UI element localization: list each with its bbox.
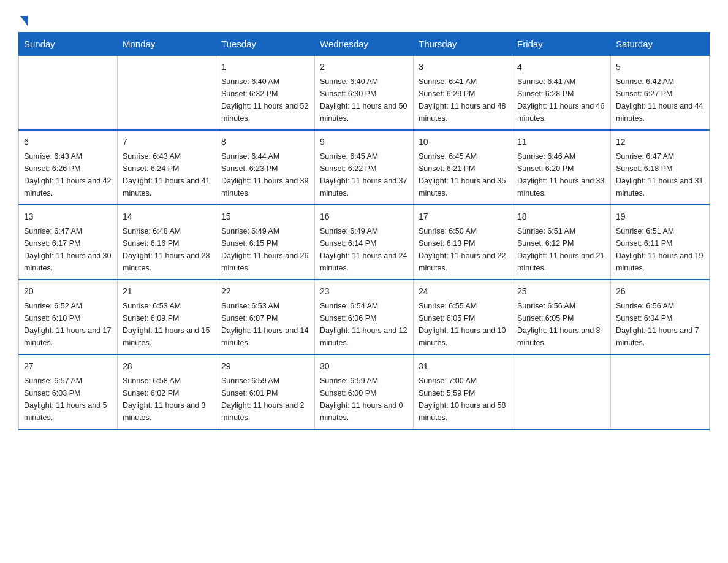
calendar-cell bbox=[611, 354, 710, 429]
calendar-week-3: 13Sunrise: 6:47 AMSunset: 6:17 PMDayligh… bbox=[19, 205, 710, 280]
weekday-header-thursday: Thursday bbox=[414, 33, 512, 56]
day-info: Sunrise: 6:45 AMSunset: 6:21 PMDaylight:… bbox=[419, 152, 506, 197]
calendar-cell: 22Sunrise: 6:53 AMSunset: 6:07 PMDayligh… bbox=[216, 280, 315, 354]
day-number: 31 bbox=[419, 360, 507, 373]
calendar-cell: 2Sunrise: 6:40 AMSunset: 6:30 PMDaylight… bbox=[315, 56, 414, 131]
day-number: 3 bbox=[419, 61, 507, 74]
day-number: 9 bbox=[320, 136, 408, 148]
calendar-cell: 23Sunrise: 6:54 AMSunset: 6:06 PMDayligh… bbox=[315, 280, 414, 354]
day-info: Sunrise: 6:53 AMSunset: 6:07 PMDaylight:… bbox=[221, 302, 308, 347]
day-number: 20 bbox=[24, 285, 112, 298]
day-info: Sunrise: 6:46 AMSunset: 6:20 PMDaylight:… bbox=[517, 152, 604, 197]
day-info: Sunrise: 6:43 AMSunset: 6:26 PMDaylight:… bbox=[24, 152, 111, 197]
calendar-cell: 8Sunrise: 6:44 AMSunset: 6:23 PMDaylight… bbox=[216, 130, 315, 205]
calendar-cell: 31Sunrise: 7:00 AMSunset: 5:59 PMDayligh… bbox=[414, 354, 512, 429]
day-info: Sunrise: 6:51 AMSunset: 6:12 PMDaylight:… bbox=[517, 227, 604, 272]
calendar-week-1: 1Sunrise: 6:40 AMSunset: 6:32 PMDaylight… bbox=[19, 56, 710, 131]
day-number: 15 bbox=[221, 210, 309, 223]
calendar-header-row: SundayMondayTuesdayWednesdayThursdayFrid… bbox=[19, 33, 710, 56]
day-number: 14 bbox=[123, 210, 211, 223]
calendar-cell: 20Sunrise: 6:52 AMSunset: 6:10 PMDayligh… bbox=[19, 280, 118, 354]
calendar-cell: 3Sunrise: 6:41 AMSunset: 6:29 PMDaylight… bbox=[414, 56, 512, 131]
calendar-week-2: 6Sunrise: 6:43 AMSunset: 6:26 PMDaylight… bbox=[19, 130, 710, 205]
calendar-cell: 28Sunrise: 6:58 AMSunset: 6:02 PMDayligh… bbox=[118, 354, 216, 429]
calendar-cell: 13Sunrise: 6:47 AMSunset: 6:17 PMDayligh… bbox=[19, 205, 118, 280]
day-info: Sunrise: 6:55 AMSunset: 6:05 PMDaylight:… bbox=[419, 302, 506, 347]
day-number: 6 bbox=[24, 136, 112, 148]
weekday-header-monday: Monday bbox=[118, 33, 216, 56]
calendar-cell: 12Sunrise: 6:47 AMSunset: 6:18 PMDayligh… bbox=[611, 130, 710, 205]
day-number: 11 bbox=[517, 136, 605, 148]
day-info: Sunrise: 6:58 AMSunset: 6:02 PMDaylight:… bbox=[123, 377, 206, 422]
day-info: Sunrise: 6:53 AMSunset: 6:09 PMDaylight:… bbox=[123, 302, 210, 347]
day-number: 24 bbox=[419, 285, 507, 298]
logo-triangle-icon bbox=[20, 16, 28, 26]
day-info: Sunrise: 6:51 AMSunset: 6:11 PMDaylight:… bbox=[616, 227, 703, 272]
day-info: Sunrise: 6:56 AMSunset: 6:05 PMDaylight:… bbox=[517, 302, 601, 347]
day-info: Sunrise: 6:41 AMSunset: 6:28 PMDaylight:… bbox=[517, 77, 604, 123]
day-number: 27 bbox=[24, 360, 112, 373]
day-number: 4 bbox=[517, 61, 605, 74]
day-info: Sunrise: 6:44 AMSunset: 6:23 PMDaylight:… bbox=[221, 152, 308, 197]
day-number: 19 bbox=[616, 210, 704, 223]
day-number: 25 bbox=[517, 285, 605, 298]
day-info: Sunrise: 6:47 AMSunset: 6:17 PMDaylight:… bbox=[24, 227, 111, 272]
calendar-cell: 15Sunrise: 6:49 AMSunset: 6:15 PMDayligh… bbox=[216, 205, 315, 280]
day-number: 1 bbox=[221, 61, 309, 74]
day-info: Sunrise: 7:00 AMSunset: 5:59 PMDaylight:… bbox=[419, 377, 506, 422]
day-number: 2 bbox=[320, 61, 408, 74]
calendar-cell: 25Sunrise: 6:56 AMSunset: 6:05 PMDayligh… bbox=[512, 280, 611, 354]
calendar-cell: 1Sunrise: 6:40 AMSunset: 6:32 PMDaylight… bbox=[216, 56, 315, 131]
day-info: Sunrise: 6:40 AMSunset: 6:32 PMDaylight:… bbox=[221, 77, 308, 123]
calendar-cell: 19Sunrise: 6:51 AMSunset: 6:11 PMDayligh… bbox=[611, 205, 710, 280]
day-info: Sunrise: 6:41 AMSunset: 6:29 PMDaylight:… bbox=[419, 77, 506, 123]
day-number: 30 bbox=[320, 360, 408, 373]
calendar-table: SundayMondayTuesdayWednesdayThursdayFrid… bbox=[18, 32, 710, 430]
logo bbox=[18, 12, 28, 26]
day-number: 10 bbox=[419, 136, 507, 148]
day-info: Sunrise: 6:45 AMSunset: 6:22 PMDaylight:… bbox=[320, 152, 407, 197]
day-number: 23 bbox=[320, 285, 408, 298]
weekday-header-friday: Friday bbox=[512, 33, 611, 56]
day-info: Sunrise: 6:42 AMSunset: 6:27 PMDaylight:… bbox=[616, 77, 703, 123]
day-info: Sunrise: 6:59 AMSunset: 6:01 PMDaylight:… bbox=[221, 377, 305, 422]
calendar-cell: 5Sunrise: 6:42 AMSunset: 6:27 PMDaylight… bbox=[611, 56, 710, 131]
day-info: Sunrise: 6:54 AMSunset: 6:06 PMDaylight:… bbox=[320, 302, 407, 347]
calendar-cell: 9Sunrise: 6:45 AMSunset: 6:22 PMDaylight… bbox=[315, 130, 414, 205]
day-info: Sunrise: 6:40 AMSunset: 6:30 PMDaylight:… bbox=[320, 77, 407, 123]
page-header bbox=[18, 12, 710, 26]
day-number: 21 bbox=[123, 285, 211, 298]
calendar-cell: 7Sunrise: 6:43 AMSunset: 6:24 PMDaylight… bbox=[118, 130, 216, 205]
calendar-cell: 26Sunrise: 6:56 AMSunset: 6:04 PMDayligh… bbox=[611, 280, 710, 354]
calendar-cell bbox=[118, 56, 216, 131]
weekday-header-wednesday: Wednesday bbox=[315, 33, 414, 56]
day-info: Sunrise: 6:49 AMSunset: 6:15 PMDaylight:… bbox=[221, 227, 308, 272]
calendar-cell: 18Sunrise: 6:51 AMSunset: 6:12 PMDayligh… bbox=[512, 205, 611, 280]
calendar-cell: 4Sunrise: 6:41 AMSunset: 6:28 PMDaylight… bbox=[512, 56, 611, 131]
day-info: Sunrise: 6:50 AMSunset: 6:13 PMDaylight:… bbox=[419, 227, 506, 272]
day-number: 12 bbox=[616, 136, 704, 148]
calendar-cell: 14Sunrise: 6:48 AMSunset: 6:16 PMDayligh… bbox=[118, 205, 216, 280]
day-info: Sunrise: 6:57 AMSunset: 6:03 PMDaylight:… bbox=[24, 377, 107, 422]
calendar-week-4: 20Sunrise: 6:52 AMSunset: 6:10 PMDayligh… bbox=[19, 280, 710, 354]
weekday-header-saturday: Saturday bbox=[611, 33, 710, 56]
day-info: Sunrise: 6:43 AMSunset: 6:24 PMDaylight:… bbox=[123, 152, 210, 197]
day-number: 29 bbox=[221, 360, 309, 373]
calendar-cell bbox=[19, 56, 118, 131]
calendar-cell bbox=[512, 354, 611, 429]
calendar-cell: 27Sunrise: 6:57 AMSunset: 6:03 PMDayligh… bbox=[19, 354, 118, 429]
day-info: Sunrise: 6:49 AMSunset: 6:14 PMDaylight:… bbox=[320, 227, 407, 272]
day-info: Sunrise: 6:52 AMSunset: 6:10 PMDaylight:… bbox=[24, 302, 111, 347]
day-info: Sunrise: 6:59 AMSunset: 6:00 PMDaylight:… bbox=[320, 377, 403, 422]
day-number: 18 bbox=[517, 210, 605, 223]
day-number: 8 bbox=[221, 136, 309, 148]
day-info: Sunrise: 6:48 AMSunset: 6:16 PMDaylight:… bbox=[123, 227, 210, 272]
calendar-cell: 10Sunrise: 6:45 AMSunset: 6:21 PMDayligh… bbox=[414, 130, 512, 205]
day-number: 7 bbox=[123, 136, 211, 148]
calendar-cell: 16Sunrise: 6:49 AMSunset: 6:14 PMDayligh… bbox=[315, 205, 414, 280]
day-number: 17 bbox=[419, 210, 507, 223]
calendar-cell: 11Sunrise: 6:46 AMSunset: 6:20 PMDayligh… bbox=[512, 130, 611, 205]
calendar-cell: 30Sunrise: 6:59 AMSunset: 6:00 PMDayligh… bbox=[315, 354, 414, 429]
calendar-week-5: 27Sunrise: 6:57 AMSunset: 6:03 PMDayligh… bbox=[19, 354, 710, 429]
calendar-cell: 17Sunrise: 6:50 AMSunset: 6:13 PMDayligh… bbox=[414, 205, 512, 280]
